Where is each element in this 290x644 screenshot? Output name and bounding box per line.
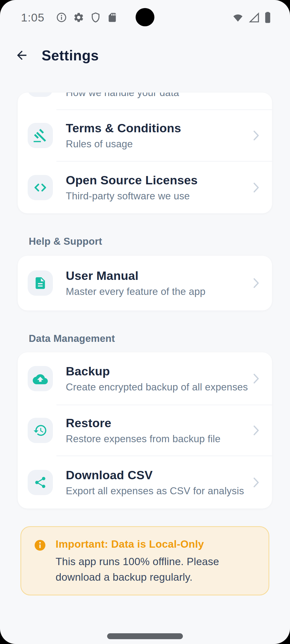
- sdcard-icon: [107, 12, 118, 23]
- item-title: Download CSV: [66, 468, 253, 482]
- gesture-handle[interactable]: [107, 633, 183, 639]
- privacy-policy-item-partial[interactable]: How we handle your data: [18, 93, 272, 109]
- status-bar-left: 1:05: [21, 11, 118, 24]
- item-texts: Download CSV Export all expenses as CSV …: [66, 468, 253, 497]
- item-subtitle: Export all expenses as CSV for analysis: [66, 485, 253, 497]
- item-texts: Backup Create encrypted backup of all ex…: [66, 364, 253, 393]
- list-item-licenses[interactable]: Open Source Licenses Third-party softwar…: [18, 162, 272, 213]
- gavel-icon: [28, 123, 53, 148]
- item-subtitle: Rules of usage: [66, 138, 253, 150]
- wifi-icon: [232, 12, 244, 23]
- list-item-user-manual[interactable]: User Manual Master every feature of the …: [18, 256, 272, 310]
- section-header-data: Data Management: [29, 333, 290, 344]
- chevron-right-icon: [253, 182, 260, 193]
- info-filled-icon: [34, 539, 46, 585]
- battery-icon: [264, 11, 271, 24]
- chevron-right-icon: [253, 373, 260, 384]
- list-item-download-csv[interactable]: Download CSV Export all expenses as CSV …: [18, 456, 272, 508]
- clock: 1:05: [21, 11, 45, 24]
- cloud-upload-icon: [28, 366, 53, 391]
- item-subtitle: Master every feature of the app: [66, 286, 253, 297]
- notice-title: Important: Data is Local-Only: [56, 538, 256, 550]
- list-item-terms[interactable]: Terms & Conditions Rules of usage: [18, 110, 272, 161]
- item-subtitle: Restore expenses from backup file: [66, 433, 253, 445]
- item-texts: Restore Restore expenses from backup fil…: [66, 416, 253, 445]
- item-texts: Open Source Licenses Third-party softwar…: [66, 173, 253, 202]
- about-card: How we handle your data Terms & Conditio…: [18, 93, 272, 213]
- document-icon: [28, 270, 53, 296]
- status-bar-right: [232, 11, 271, 24]
- privacy-icon-box: [28, 93, 53, 97]
- item-title: Backup: [66, 364, 253, 378]
- item-title: Restore: [66, 416, 253, 430]
- share-icon: [28, 470, 53, 495]
- app-header: Settings: [15, 43, 290, 68]
- cell-signal-icon: [248, 12, 260, 23]
- help-card: User Manual Master every feature of the …: [18, 256, 272, 310]
- item-texts: User Manual Master every feature of the …: [66, 269, 253, 297]
- item-title: Terms & Conditions: [66, 121, 253, 135]
- section-header-help: Help & Support: [29, 236, 290, 247]
- chevron-right-icon: [253, 425, 260, 436]
- chevron-right-icon: [253, 130, 260, 141]
- item-title: User Manual: [66, 269, 253, 283]
- local-only-notice: Important: Data is Local-Only This app r…: [20, 526, 269, 595]
- arrow-back-icon: [15, 48, 29, 63]
- gear-icon: [73, 12, 84, 23]
- data-card: Backup Create encrypted backup of all ex…: [18, 352, 272, 508]
- camera-cutout: [136, 8, 154, 26]
- item-subtitle: Third-party software we use: [66, 191, 253, 202]
- code-icon: [28, 175, 53, 200]
- list-item-backup[interactable]: Backup Create encrypted backup of all ex…: [18, 352, 272, 405]
- phone-screen: 1:05: [0, 0, 290, 644]
- notice-body: This app runs 100% offline. Please downl…: [56, 554, 256, 585]
- info-icon: [56, 12, 67, 23]
- chevron-right-icon: [253, 477, 260, 488]
- shield-icon: [90, 12, 101, 23]
- item-subtitle: Create encrypted backup of all expenses: [66, 382, 253, 393]
- back-button[interactable]: [15, 48, 29, 62]
- list-item-restore[interactable]: Restore Restore expenses from backup fil…: [18, 405, 272, 456]
- notice-texts: Important: Data is Local-Only This app r…: [56, 538, 256, 585]
- chevron-right-icon: [253, 277, 260, 289]
- item-subtitle: How we handle your data: [66, 93, 179, 98]
- item-title: Open Source Licenses: [66, 173, 253, 187]
- restore-icon: [28, 418, 53, 443]
- item-texts: Terms & Conditions Rules of usage: [66, 121, 253, 150]
- page-title: Settings: [42, 47, 99, 64]
